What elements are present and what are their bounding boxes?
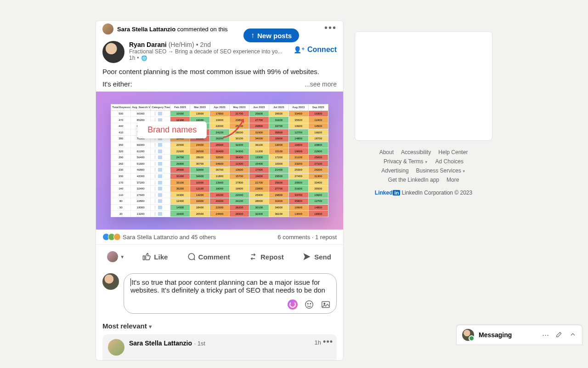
spreadsheet-graphic: Total KeywordsAvg. Search VolumeCategory…	[111, 104, 328, 217]
footer-help[interactable]: Help Center	[438, 149, 468, 155]
svg-point-2	[310, 303, 311, 304]
commented-text: Sara Stella Lattanzio commented on this	[117, 26, 228, 33]
social-counts-row: Sara Stella Lattanzio and 45 others 6 co…	[96, 230, 343, 245]
author-time: 1h • 🌐	[129, 55, 337, 61]
repost-button[interactable]: Repost	[243, 247, 289, 266]
connect-button[interactable]: 👤⁺ Connect	[294, 46, 337, 54]
messaging-avatar	[462, 329, 474, 341]
like-icon	[142, 252, 151, 261]
messaging-label: Messaging	[479, 331, 537, 339]
chevron-down-icon: ▼	[120, 254, 124, 259]
svg-point-1	[307, 303, 308, 304]
post-body: Poor content planning is the most common…	[96, 66, 343, 92]
footer-about[interactable]: About	[379, 149, 394, 155]
comment-input[interactable]: It's so true that poor content planning …	[124, 273, 337, 314]
author-headline: Fractional SEO → Bring a decade of SEO e…	[129, 48, 285, 55]
image-icon[interactable]	[321, 299, 331, 310]
new-posts-pill[interactable]: ↑ New posts	[243, 29, 299, 42]
commenter-avatar[interactable]	[108, 339, 124, 356]
comment-icon	[187, 252, 196, 261]
see-more-button[interactable]: ...see more	[305, 80, 337, 88]
chevron-up-icon[interactable]	[569, 331, 577, 339]
red-arrow-icon	[221, 117, 249, 140]
send-icon	[302, 252, 311, 261]
post-header: Ryan Darani (He/Him) • 2nd Fractional SE…	[96, 35, 343, 66]
right-rail: About Accessibility Help Center Privacy …	[355, 31, 492, 361]
post-line1: Poor content planning is the most common…	[102, 68, 337, 75]
footer-accessibility[interactable]: Accessibility	[401, 149, 431, 155]
footer-brand: Linkedin LinkedIn Corporation © 2023	[355, 190, 492, 196]
right-card	[355, 31, 492, 141]
repost-icon	[249, 252, 258, 261]
footer-privacy[interactable]: Privacy & Terms	[384, 158, 428, 165]
post-image[interactable]: Total KeywordsAvg. Search VolumeCategory…	[96, 92, 343, 230]
comment-time: 1h	[315, 339, 321, 346]
self-avatar-small	[107, 251, 118, 262]
footer-advertising[interactable]: Advertising	[381, 167, 408, 174]
comment-draft-text: It's so true that poor content planning …	[130, 278, 325, 294]
footer-more[interactable]: More	[447, 177, 459, 183]
actions-row: ▼ Like Comment Repost Send	[96, 245, 343, 269]
comment-item: Sara Stella Lattanzio · 1st 1h •••	[102, 334, 337, 360]
messaging-bar[interactable]: Messaging ⋯	[456, 325, 582, 345]
new-posts-label: New posts	[257, 32, 292, 40]
send-button[interactable]: Send	[297, 247, 337, 266]
commenter-avatar[interactable]	[102, 23, 113, 34]
emoji-icon[interactable]	[304, 299, 314, 310]
comment-button[interactable]: Comment	[181, 247, 236, 266]
commented-header: Sara Stella Lattanzio commented on this …	[96, 21, 343, 35]
globe-icon: 🌐	[141, 55, 147, 61]
comment-menu-icon[interactable]: •••	[323, 337, 333, 347]
feed-card: Sara Stella Lattanzio commented on this …	[96, 20, 344, 361]
image-annotation: Brand names	[137, 121, 207, 138]
footer-business[interactable]: Business Services	[416, 167, 466, 174]
reaction-icons	[102, 233, 121, 241]
author-avatar[interactable]	[102, 41, 124, 63]
self-avatar[interactable]	[102, 273, 119, 290]
post-line2: It's either:	[102, 80, 132, 88]
chevron-down-icon: ▼	[148, 324, 153, 329]
comment-compose-row: It's so true that poor content planning …	[96, 269, 343, 320]
messaging-menu-icon[interactable]: ⋯	[542, 331, 549, 339]
footer-getapp[interactable]: Get the LinkedIn app	[388, 177, 439, 183]
footer-links: About Accessibility Help Center Privacy …	[355, 149, 492, 196]
commenter-name[interactable]: Sara Stella Lattanzio	[129, 339, 192, 347]
linkedin-logo: Linkedin	[375, 190, 400, 196]
connect-icon: 👤⁺	[294, 46, 305, 53]
svg-point-0	[305, 301, 313, 309]
arrow-up-icon: ↑	[251, 31, 254, 40]
compose-icon[interactable]	[555, 331, 563, 339]
comments-reposts-button[interactable]: 6 comments · 1 repost	[277, 234, 337, 241]
react-as-chip[interactable]: ▼	[102, 248, 129, 265]
comment-sort-button[interactable]: Most relevant▼	[96, 320, 343, 334]
footer-adchoices[interactable]: Ad Choices	[435, 158, 464, 165]
ai-rewrite-icon[interactable]	[288, 299, 298, 310]
reactions-button[interactable]: Sara Stella Lattanzio and 45 others	[102, 233, 216, 241]
svg-point-4	[324, 303, 325, 305]
post-menu-icon[interactable]: •••	[324, 23, 337, 33]
like-button[interactable]: Like	[136, 247, 173, 266]
